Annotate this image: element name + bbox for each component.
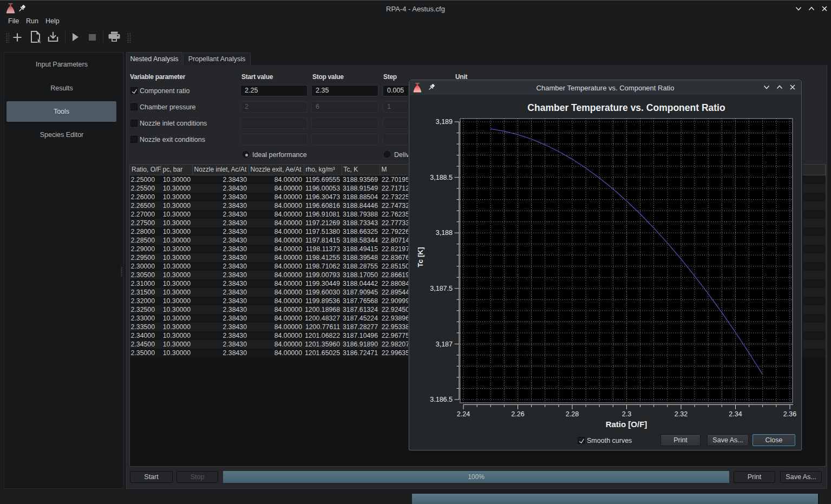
svg-text:3,188.5: 3,188.5 (430, 174, 453, 181)
svg-text:3,187: 3,187 (436, 341, 453, 348)
svg-text:2.36: 2.36 (783, 410, 796, 418)
svg-text:3,188: 3,188 (436, 229, 453, 237)
svg-text:2.32: 2.32 (675, 410, 688, 418)
svg-text:Chamber Temperature vs. Compon: Chamber Temperature vs. Component Ratio (527, 102, 725, 113)
svg-text:2.24: 2.24 (457, 410, 470, 418)
svg-text:2.28: 2.28 (566, 410, 579, 418)
svg-text:2.3: 2.3 (622, 410, 631, 418)
svg-text:3,187.5: 3,187.5 (430, 285, 453, 292)
svg-text:Tc [K]: Tc [K] (416, 247, 424, 267)
svg-text:2.34: 2.34 (729, 410, 742, 418)
svg-text:3.186.5: 3.186.5 (430, 396, 453, 403)
svg-text:2.26: 2.26 (511, 410, 524, 418)
svg-text:Ratio [O/F]: Ratio [O/F] (606, 420, 647, 429)
svg-text:3,189: 3,189 (436, 118, 453, 126)
